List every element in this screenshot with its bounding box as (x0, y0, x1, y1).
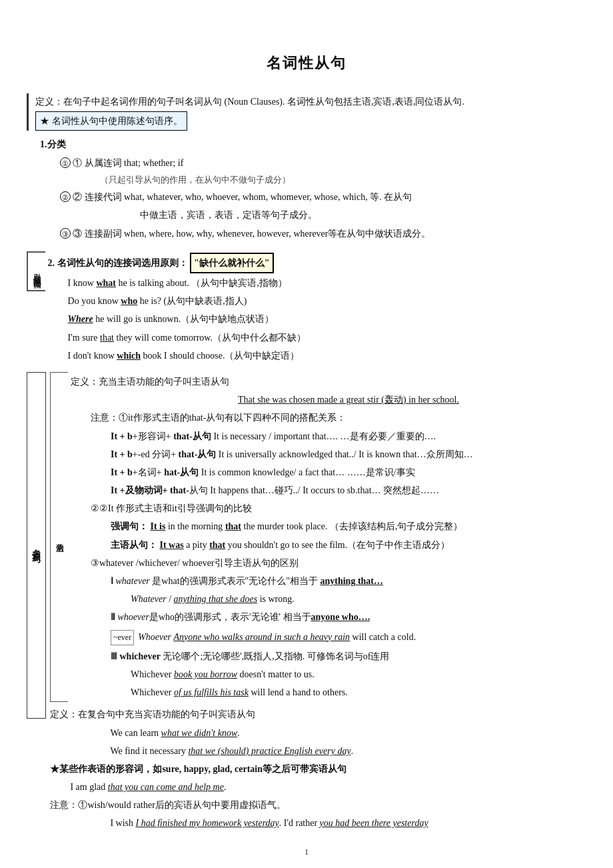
it-pattern4: It +及物动词+ that-从句 It happens that…碰巧../ … (111, 482, 586, 499)
subj2: 主语从句： It was a pity that you shouldn't g… (111, 537, 586, 553)
ex2: Do you know who he is? (从句中缺表语,指人) (68, 293, 586, 309)
noun-vertical-label: 名词从句 (27, 372, 46, 833)
emph1: 强调句： It is in the morning that the murde… (111, 518, 586, 535)
it-pattern1: It + b+形容词+ that-从句 It is necessary / im… (111, 428, 586, 445)
it-patterns: It + b+形容词+ that-从句 It is necessary / im… (111, 428, 586, 499)
page-title: 名词性从句 (20, 53, 593, 73)
subj-content: 定义：充当主语功能的句子叫主语从句 That she was chosen ma… (71, 372, 586, 702)
obj-section: 定义：在复合句中充当宾语功能的句子叫宾语从句 We can learn what… (50, 706, 586, 831)
noun-clause-label: 名词从句 (27, 372, 46, 719)
subj-note1: 注意：①it作形式主语的that-从句有以下四种不同的搭配关系： (91, 409, 586, 426)
left-labels: 引导名词性从句的连接词 (27, 251, 45, 365)
cat1-num: ① (60, 157, 71, 168)
ever-III: Ⅲ whichever 无论哪个;无论哪些',既指人,又指物. 可修饰名词与of… (111, 648, 586, 665)
ex4: I'm sure that they will come tomorrow.（从… (68, 329, 586, 346)
it-pattern3: It + b+名词+ hat-从句 It is common knowledge… (111, 464, 586, 481)
whichever-ex2: Whichever of us fulfills his task will l… (131, 684, 586, 701)
star-highlight: ★ 名词性从句中使用陈述句语序。 (35, 111, 187, 131)
cat2-note: 中做主语，宾语，表语，定语等句子成分。 (140, 207, 586, 223)
ever-tilde-label: ~ever (111, 630, 134, 646)
section2-header: 2. 名词性从句的连接词选用原则： "缺什么就补什么" (48, 253, 586, 273)
definition-section: 定义：在句子中起名词作用的句子叫名词从句 (Noun Clauses). 名词性… (27, 93, 586, 131)
wish-note1: 注意：①wish/would rather后的宾语从句中要用虚拟语气。 (50, 797, 586, 813)
subj-def: 定义：充当主语功能的句子叫主语从句 (71, 373, 586, 390)
subj-bracket-label: 主语从句 (50, 372, 68, 702)
obj-ex1: We can learn what we didn't know. (110, 725, 586, 741)
cat1-note: （只起引导从句的作用，在从句中不做句子成分） (100, 173, 586, 188)
pred-ex1: I am glad that you can come and help me. (70, 779, 586, 795)
section3-title: ③whatever /whichever/ whoever引导主语从句的区别 (91, 555, 586, 571)
cat3-num: ③ (60, 228, 71, 239)
it-pattern2: It + b+-ed 分词+ that-从句 It is universally… (111, 446, 586, 463)
emph-compare: 强调句： It is in the morning that the murde… (111, 518, 586, 553)
noun-content: 主语从句 定义：充当主语功能的句子叫主语从句 That she was chos… (50, 372, 586, 833)
definition1: 定义：在句子中起名词作用的句子叫名词从句 (Noun Clauses). 名词性… (35, 93, 586, 110)
whichever-ex1: Whichever book you borrow doesn't matter… (131, 666, 586, 683)
ex3: Where he will go is unknown.（从句中缺地点状语） (68, 311, 586, 327)
page-number: 1 (20, 847, 593, 857)
obj-def: 定义：在复合句中充当宾语功能的句子叫宾语从句 (50, 706, 586, 723)
main-content: 定义：在句子中起名词作用的句子叫名词从句 (Noun Clauses). 名词性… (27, 93, 586, 833)
noun-clause-section: 名词从句 主语从句 定义：充当主语功能的句子叫主语从句 That she was… (27, 372, 586, 833)
pred-note: ★某些作表语的形容词，如sure, happy, glad, certain等之… (50, 761, 586, 777)
star-note: ★ 名词性从句中使用陈述句语序。 (35, 111, 586, 131)
ever-II: Ⅱ whoever是who的强调形式，表示'无论谁' 相当于anyone who… (111, 609, 586, 625)
obj-ex2: We find it necessary that we (should) pr… (110, 743, 586, 759)
ex5: I don't know which book I should choose.… (68, 347, 586, 364)
subj-wrapper: 主语从句 定义：充当主语功能的句子叫主语从句 That she was chos… (50, 372, 586, 702)
cat1: ①① 从属连词 that; whether; if （只起引导从句的作用，在从句… (60, 155, 586, 188)
ever-I-ex: Whatever / anything that she does is wro… (131, 591, 586, 607)
cat2-num: ② (60, 191, 71, 202)
wish-ex1: I wish I had finished my homework yester… (110, 815, 586, 831)
section2-quote: "缺什么就补什么" (190, 253, 274, 273)
section2-main: 2. 名词性从句的连接词选用原则： "缺什么就补什么" I know what … (48, 251, 586, 365)
subj-ex1: That she was chosen made a great stir (轰… (111, 391, 586, 408)
ever-label-row: ~ever Whoever Anyone who walks around in… (111, 627, 586, 647)
ever-section: Ⅰ whatever 是what的强调形式表示"无论什么"相当于 anythin… (111, 573, 586, 701)
section2-wrapper: 引导名词性从句的连接词 2. 名词性从句的连接词选用原则： "缺什么就补什么" … (27, 251, 586, 365)
ex1: I know what he is talking about. （从句中缺宾语… (68, 275, 586, 291)
examples: I know what he is talking about. （从句中缺宾语… (68, 275, 586, 364)
ever-II-ex: Whoever Anyone who walks around in such … (138, 629, 416, 645)
ever-I: Ⅰ whatever 是what的强调形式表示"无论什么"相当于 anythin… (111, 573, 586, 589)
cat2: ②② 连接代词 what, whatever, who, whoever, wh… (60, 189, 586, 223)
bracket-leading-label: 引导名词性从句的连接词 (27, 251, 45, 291)
classification-title: 1.分类 (40, 136, 586, 153)
classification-section: 1.分类 ①① 从属连词 that; whether; if （只起引导从句的作… (40, 136, 586, 241)
cat3: ③③ 连接副词 when, where, how, why, whenever,… (60, 225, 586, 242)
compare-note: ②②It 作形式主语和it引导强调句的比较 (91, 500, 586, 517)
